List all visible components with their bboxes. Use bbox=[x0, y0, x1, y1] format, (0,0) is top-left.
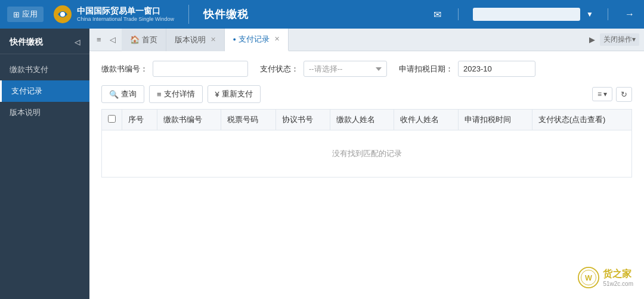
watermark-sub: 51w2c.com bbox=[603, 281, 633, 287]
logo-zh: 中国国际贸易单一窗口 bbox=[77, 6, 174, 16]
sidebar-item-records[interactable]: 支付记录 bbox=[0, 80, 89, 102]
data-table: 序号 缴款书编号 税票号码 协议书号 缴款人姓名 收件人姓名 申请扣税时间 支付… bbox=[101, 109, 632, 177]
table-header-book-no: 缴款书编号 bbox=[157, 110, 221, 130]
table-empty-row: 没有找到匹配的记录 bbox=[102, 130, 632, 177]
apply-date-input[interactable] bbox=[458, 61, 535, 77]
repay-icon: ¥ bbox=[215, 90, 219, 99]
refresh-icon: ↻ bbox=[621, 90, 627, 99]
svg-point-1 bbox=[60, 12, 65, 17]
tab-version-close[interactable]: ✕ bbox=[210, 36, 216, 43]
main-layout: 快件缴税 ◁ 缴款书支付 支付记录 版本说明 ≡ ◁ 🏠 首页 版本说明 ✕ bbox=[0, 29, 644, 299]
watermark-logo-icon: W bbox=[578, 267, 599, 288]
table-toolbar: ≡ ▾ ↻ bbox=[592, 87, 632, 102]
mail-icon[interactable]: ✉ bbox=[431, 7, 444, 23]
header-icons: ✉ ▼ → bbox=[431, 7, 637, 23]
svg-text:W: W bbox=[585, 274, 592, 282]
table-header-payee-name: 收件人姓名 bbox=[394, 110, 459, 130]
sidebar-collapse-button[interactable]: ◁ bbox=[75, 38, 80, 46]
sidebar: 快件缴税 ◁ 缴款书支付 支付记录 版本说明 bbox=[0, 29, 89, 299]
logout-button[interactable]: → bbox=[623, 7, 637, 22]
sidebar-header: 快件缴税 ◁ bbox=[0, 29, 89, 54]
sidebar-menu: 缴款书支付 支付记录 版本说明 bbox=[0, 54, 89, 128]
app-button-label: 应用 bbox=[22, 9, 38, 20]
payment-status-label: 支付状态： bbox=[260, 64, 299, 74]
watermark-text: 货之家 51w2c.com bbox=[603, 268, 633, 287]
table-header-seq: 序号 bbox=[122, 110, 157, 130]
tab-home-label: 首页 bbox=[142, 35, 157, 45]
tab-version[interactable]: 版本说明 ✕ bbox=[166, 29, 225, 51]
watermark-brand: 货之家 bbox=[603, 268, 633, 281]
top-header: ⊞ 应用 中国国际贸易单一窗口 China International Trad… bbox=[0, 0, 644, 29]
detail-button[interactable]: ≡ 支付详情 bbox=[149, 85, 203, 103]
table-header-checkbox bbox=[102, 110, 122, 130]
refresh-button[interactable]: ↻ bbox=[616, 87, 632, 102]
payment-book-no-label: 缴款书编号： bbox=[101, 64, 148, 74]
search-icon: 🔍 bbox=[109, 90, 119, 99]
logo-text: 中国国际贸易单一窗口 China International Trade Sin… bbox=[77, 6, 174, 23]
query-button[interactable]: 🔍 查询 bbox=[101, 85, 144, 103]
header-search-input[interactable] bbox=[473, 8, 580, 21]
list-icon: ≡ bbox=[597, 90, 602, 98]
action-row: 🔍 查询 ≡ 支付详情 ¥ 重新支付 bbox=[101, 85, 261, 103]
table-empty-text: 没有找到匹配的记录 bbox=[102, 130, 632, 177]
table-header-apply-time: 申请扣税时间 bbox=[458, 110, 532, 130]
home-icon: 🏠 bbox=[130, 35, 140, 44]
table-header-payer-name: 缴款人姓名 bbox=[330, 110, 394, 130]
form-group-book-no: 缴款书编号： bbox=[101, 61, 248, 77]
logo-en: China International Trade Single Window bbox=[77, 16, 174, 23]
form-row: 缴款书编号： 支付状态： --请选择-- 待支付 支付成功 支付失败 申请扣税日… bbox=[101, 61, 632, 77]
tab-bar-right: ▶ 关闭操作▾ bbox=[587, 33, 639, 46]
grid-icon: ⊞ bbox=[13, 10, 20, 19]
chevron-down-icon: ▾ bbox=[603, 90, 607, 98]
header-sep2 bbox=[608, 8, 608, 20]
logo-icon bbox=[53, 5, 72, 24]
tab-bar: ≡ ◁ 🏠 首页 版本说明 ✕ ● 支付记录 ✕ ▶ 关闭操作▾ bbox=[89, 29, 644, 51]
tab-bar-left-icons: ≡ ◁ bbox=[94, 34, 118, 45]
watermark: W 货之家 51w2c.com bbox=[578, 267, 633, 288]
logo-area: 中国国际贸易单一窗口 China International Trade Sin… bbox=[53, 5, 174, 24]
tab-records-close[interactable]: ✕ bbox=[274, 35, 280, 43]
app-button[interactable]: ⊞ 应用 bbox=[7, 7, 44, 22]
sidebar-title-text: 快件缴税 bbox=[10, 37, 43, 48]
close-operations-button[interactable]: 关闭操作▾ bbox=[600, 33, 639, 46]
header-title: 快件缴税 bbox=[203, 7, 249, 21]
query-btn-label: 查询 bbox=[121, 89, 137, 99]
tab-back-icon[interactable]: ◁ bbox=[107, 34, 118, 45]
repay-btn-label: 重新支付 bbox=[222, 89, 253, 99]
content-area: ≡ ◁ 🏠 首页 版本说明 ✕ ● 支付记录 ✕ ▶ 关闭操作▾ bbox=[89, 29, 644, 299]
payment-status-select[interactable]: --请选择-- 待支付 支付成功 支付失败 bbox=[304, 61, 387, 77]
tab-records[interactable]: ● 支付记录 ✕ bbox=[225, 29, 289, 51]
tab-home[interactable]: 🏠 首页 bbox=[122, 29, 166, 51]
tab-version-label: 版本说明 bbox=[175, 35, 206, 45]
detail-icon: ≡ bbox=[157, 90, 162, 99]
tab-menu-icon[interactable]: ≡ bbox=[94, 34, 104, 45]
header-divider bbox=[188, 5, 189, 24]
header-dropdown[interactable]: ▼ bbox=[586, 10, 593, 18]
table-header-tax-no: 税票号码 bbox=[221, 110, 275, 130]
detail-btn-label: 支付详情 bbox=[164, 89, 195, 99]
tab-records-dot: ● bbox=[233, 36, 236, 42]
apply-date-label: 申请扣税日期： bbox=[399, 64, 453, 74]
page-content: 缴款书编号： 支付状态： --请选择-- 待支付 支付成功 支付失败 申请扣税日… bbox=[89, 51, 644, 299]
tab-records-label: 支付记录 bbox=[239, 34, 270, 45]
form-group-date: 申请扣税日期： bbox=[399, 61, 535, 77]
sidebar-item-version[interactable]: 版本说明 bbox=[0, 102, 89, 123]
form-group-status: 支付状态： --请选择-- 待支付 支付成功 支付失败 bbox=[260, 61, 387, 77]
header-sep bbox=[458, 8, 459, 20]
payment-book-no-input[interactable] bbox=[153, 61, 248, 77]
tab-forward-icon[interactable]: ▶ bbox=[587, 34, 597, 45]
repay-button[interactable]: ¥ 重新支付 bbox=[208, 85, 261, 103]
table-view-button[interactable]: ≡ ▾ bbox=[592, 87, 612, 101]
select-all-checkbox[interactable] bbox=[108, 115, 116, 123]
table-header-pay-status: 支付状态(点击查看) bbox=[532, 110, 631, 130]
sidebar-item-payment[interactable]: 缴款书支付 bbox=[0, 59, 89, 80]
table-header-protocol-no: 协议书号 bbox=[275, 110, 330, 130]
